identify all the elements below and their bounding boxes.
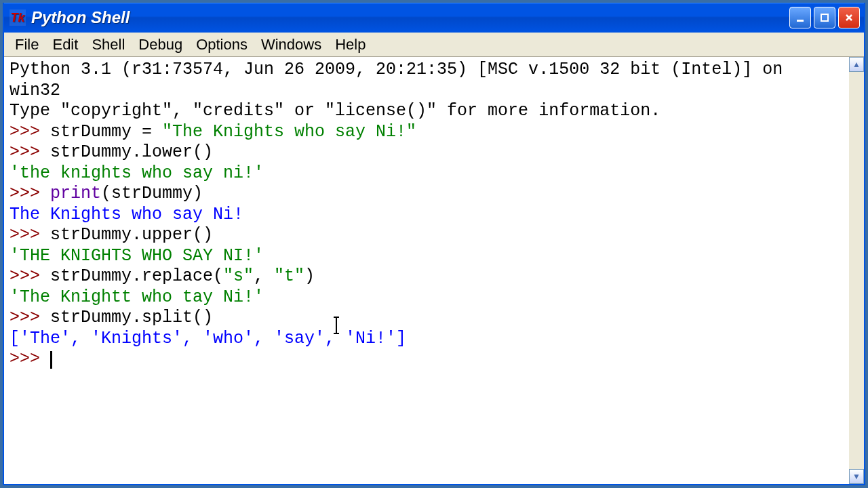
- window-frame: Tk Python Shell File Edit Shell Debug Op…: [3, 3, 865, 485]
- menubar: File Edit Shell Debug Options Windows He…: [4, 33, 864, 57]
- close-button[interactable]: [838, 7, 860, 28]
- svg-rect-0: [797, 20, 804, 22]
- menu-help[interactable]: Help: [328, 35, 372, 55]
- menu-file[interactable]: File: [8, 35, 45, 55]
- menu-options[interactable]: Options: [189, 35, 254, 55]
- scroll-up-button[interactable]: ▲: [849, 57, 864, 72]
- window-title: Python Shell: [31, 8, 130, 27]
- scroll-down-button[interactable]: ▼: [849, 469, 864, 484]
- window-buttons: [789, 7, 864, 28]
- vertical-scrollbar[interactable]: ▲ ▼: [849, 57, 864, 484]
- titlebar[interactable]: Tk Python Shell: [4, 3, 864, 33]
- svg-rect-1: [821, 14, 828, 21]
- menu-windows[interactable]: Windows: [254, 35, 328, 55]
- maximize-button[interactable]: [814, 7, 835, 28]
- menu-edit[interactable]: Edit: [45, 35, 85, 55]
- text-caret: [50, 351, 52, 369]
- minimize-button[interactable]: [789, 7, 811, 28]
- shell-content[interactable]: Python 3.1 (r31:73574, Jun 26 2009, 20:2…: [4, 57, 849, 484]
- content-wrap: Python 3.1 (r31:73574, Jun 26 2009, 20:2…: [4, 57, 864, 484]
- menu-shell[interactable]: Shell: [85, 35, 132, 55]
- menu-debug[interactable]: Debug: [132, 35, 189, 55]
- app-icon: Tk: [9, 9, 26, 26]
